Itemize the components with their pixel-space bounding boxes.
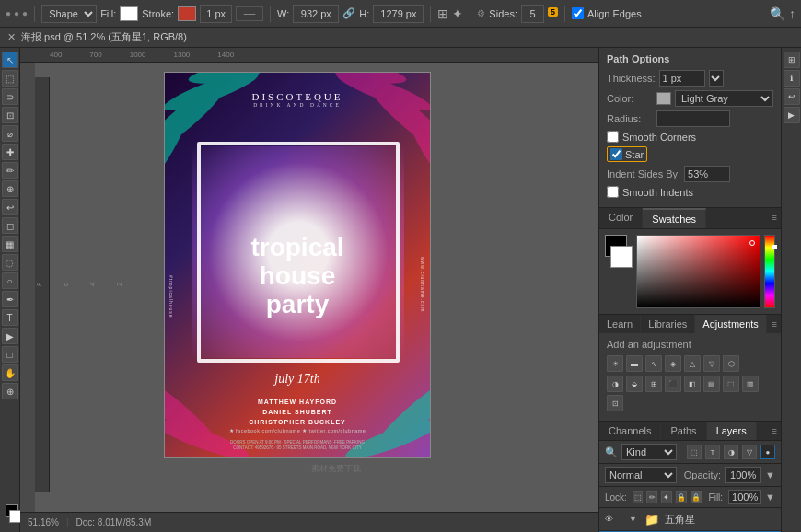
crop-tool[interactable]: ⊡ <box>2 107 18 123</box>
stroke-color-swatch[interactable] <box>178 6 196 21</box>
stroke-style-selector[interactable]: ── <box>236 6 263 21</box>
adj-options-icon[interactable]: ≡ <box>768 315 781 333</box>
tool-selector[interactable]: Shape <box>41 5 97 23</box>
layers-options-icon[interactable]: ≡ <box>768 422 781 440</box>
share-icon[interactable]: ↑ <box>789 6 795 21</box>
stroke-size-input[interactable]: 1 px <box>200 5 232 23</box>
hsl-icon[interactable]: ▽ <box>703 355 720 372</box>
color-select[interactable]: Light Gray <box>675 90 773 107</box>
shape-tool[interactable]: □ <box>2 346 18 363</box>
sides-input[interactable]: 5 <box>521 5 544 23</box>
width-input[interactable]: 932 px <box>293 5 339 23</box>
colbal-icon[interactable]: ⬡ <box>723 355 739 372</box>
healing-tool[interactable]: ✚ <box>2 144 18 160</box>
gradient-map-icon[interactable]: ▥ <box>742 376 759 392</box>
star-checkbox[interactable] <box>610 148 622 160</box>
lock-artboard[interactable]: 🔒 <box>676 491 687 503</box>
history-panel-icon[interactable]: ↩ <box>784 88 800 105</box>
path-select-tool[interactable]: ▶ <box>2 328 18 344</box>
lock-image-pixels[interactable]: ✏ <box>646 491 657 503</box>
levels-icon[interactable]: ▬ <box>626 355 643 372</box>
vibrance-icon[interactable]: △ <box>684 355 701 372</box>
eraser-tool[interactable]: ◻ <box>2 217 18 234</box>
smooth-corners-checkbox[interactable] <box>607 131 619 143</box>
lock-transparent-pixels[interactable]: ⬚ <box>633 491 644 503</box>
lock-all[interactable]: 🔒 <box>691 491 702 503</box>
threshold-icon[interactable]: ⬚ <box>723 376 739 392</box>
align-edges-checkbox[interactable] <box>572 7 584 19</box>
thickness-input[interactable]: 1 px <box>659 70 705 87</box>
smooth-indents-checkbox[interactable] <box>607 186 619 198</box>
hand-tool[interactable]: ✋ <box>2 364 18 381</box>
close-tab-button[interactable]: ✕ <box>7 31 16 43</box>
indent-input[interactable]: 53% <box>684 166 730 182</box>
blur-tool[interactable]: ◌ <box>2 254 18 271</box>
canvas-container[interactable]: 2 4 6 8 <box>35 63 598 512</box>
tab-libraries[interactable]: Libraries <box>641 315 695 333</box>
arrange-icon[interactable]: ⊞ <box>784 52 800 68</box>
brightness-contrast-icon[interactable]: ☀ <box>607 355 623 372</box>
link-dimensions-icon[interactable]: 🔗 <box>342 7 355 19</box>
type-layer-filter[interactable]: T <box>705 445 720 459</box>
brush-tool[interactable]: ✏ <box>2 162 18 179</box>
clone-tool[interactable]: ⊕ <box>2 180 18 197</box>
layer-group-wujiaoxing[interactable]: 👁 ▼ 📁 五角星 <box>599 508 781 531</box>
actions-icon[interactable]: ▶ <box>784 107 800 123</box>
layer-visibility-eye[interactable]: 👁 <box>603 514 614 525</box>
move-tool[interactable]: ↖ <box>2 52 18 68</box>
selective-color-icon[interactable]: ⊡ <box>607 395 623 411</box>
gradient-tool[interactable]: ▦ <box>2 236 18 252</box>
select-tool[interactable]: ⬚ <box>2 70 18 87</box>
group-collapse-icon[interactable]: ▼ <box>629 515 637 524</box>
pixel-layer-filter[interactable]: ⬚ <box>687 445 702 459</box>
lasso-tool[interactable]: ⊃ <box>2 88 18 105</box>
bw-icon[interactable]: ◑ <box>607 376 623 392</box>
tab-color[interactable]: Color <box>599 208 643 228</box>
tab-channels[interactable]: Channels <box>599 422 661 440</box>
canvas-area[interactable]: 400 700 1000 1300 1400 2 4 6 8 <box>20 48 598 532</box>
opacity-input[interactable]: 100% <box>725 467 761 483</box>
opacity-arrow-icon[interactable]: ▼ <box>765 469 775 480</box>
channel-mixer-icon[interactable]: ⊞ <box>645 376 662 392</box>
blend-mode-select[interactable]: Normal Multiply Screen <box>605 467 677 483</box>
background-color[interactable] <box>610 246 633 268</box>
exposure-icon[interactable]: ◈ <box>665 355 681 372</box>
colorlookup-icon[interactable]: ⬛ <box>665 376 681 392</box>
photofilter-icon[interactable]: ⬙ <box>626 376 643 392</box>
history-tool[interactable]: ↩ <box>2 199 18 215</box>
color-spectrum[interactable] <box>636 235 760 308</box>
align-icon[interactable]: ⊞ <box>437 6 448 21</box>
tab-layers[interactable]: Layers <box>707 422 757 440</box>
type-tool[interactable]: T <box>2 309 18 326</box>
eyedropper-tool[interactable]: ⌀ <box>2 125 18 142</box>
zoom-tool[interactable]: ⊕ <box>2 383 18 399</box>
color-swatch[interactable] <box>656 92 671 105</box>
smart-filter-toggle[interactable]: ● <box>760 445 775 459</box>
lock-position[interactable]: ✦ <box>661 491 672 503</box>
fg-bg-colors[interactable] <box>4 503 17 528</box>
search-icon[interactable]: 🔍 <box>770 6 785 21</box>
hue-bar[interactable] <box>764 235 775 308</box>
radius-input[interactable] <box>656 110 730 127</box>
fill-color-swatch[interactable] <box>120 6 138 21</box>
height-input[interactable]: 1279 px <box>373 5 424 23</box>
curves-icon[interactable]: ∿ <box>645 355 662 372</box>
thickness-unit-select[interactable]: ▼ <box>709 70 724 87</box>
tab-learn[interactable]: Learn <box>599 315 641 333</box>
posterize-icon[interactable]: ▤ <box>703 376 720 392</box>
panel-options-icon[interactable]: ≡ <box>768 208 781 228</box>
info-icon[interactable]: ℹ <box>784 70 800 87</box>
invert-icon[interactable]: ◧ <box>684 376 701 392</box>
tab-paths[interactable]: Paths <box>661 422 706 440</box>
dodge-tool[interactable]: ○ <box>2 272 18 289</box>
adjustment-layer-filter[interactable]: ◑ <box>724 445 738 459</box>
tab-swatches[interactable]: Swatches <box>643 208 706 228</box>
shape-layer-filter[interactable]: ▽ <box>742 445 757 459</box>
layer-kind-filter[interactable]: Kind <box>621 444 677 460</box>
gear-icon[interactable]: ⚙ <box>477 8 485 18</box>
warp-icon[interactable]: ✦ <box>452 6 463 21</box>
pen-tool[interactable]: ✒ <box>2 291 18 307</box>
tab-adjustments[interactable]: Adjustments <box>695 315 767 333</box>
fill-input[interactable]: 100% <box>728 490 761 504</box>
fill-arrow-icon[interactable]: ▼ <box>765 492 775 503</box>
